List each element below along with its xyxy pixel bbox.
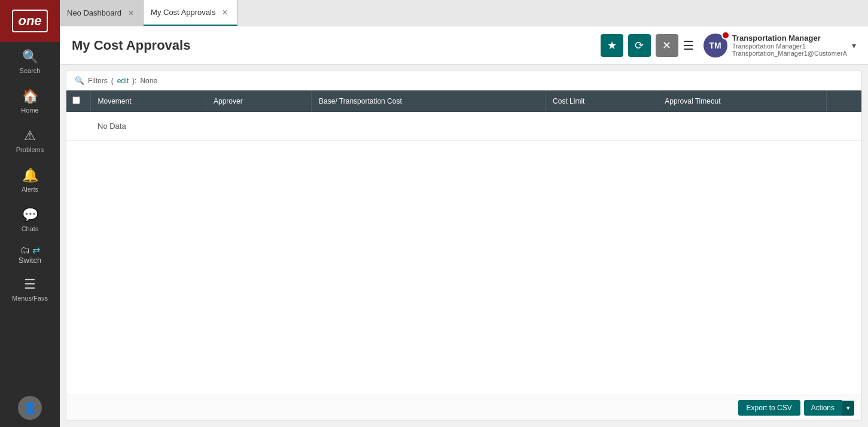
user-email: Transportation_Manager1@CustomerA	[732, 50, 847, 57]
switch-label: Switch	[19, 256, 41, 265]
search-icon: 🔍	[22, 49, 38, 65]
filters-paren-close: ):	[132, 77, 136, 85]
sidebar-item-switch[interactable]: 🗂 ⇄ Switch	[0, 240, 60, 269]
export-csv-button[interactable]: Export to CSV	[738, 400, 800, 416]
table-header-row: Movement Approver Base/ Transportation C…	[66, 90, 861, 112]
close-icon: ✕	[662, 39, 671, 52]
sidebar-item-label: Home	[21, 107, 38, 114]
col-cost-limit: Cost Limit	[546, 90, 657, 112]
refresh-icon: ⟳	[635, 39, 644, 52]
warning-icon: ⚠	[24, 128, 36, 144]
filters-label: Filters	[88, 77, 108, 85]
user-info-panel: TM Transportation Manager Transportation…	[703, 34, 856, 57]
sidebar-item-chats[interactable]: 💬 Chats	[0, 200, 60, 240]
chat-icon: 💬	[22, 207, 38, 223]
table-header: Movement Approver Base/ Transportation C…	[66, 90, 861, 112]
page-title: My Cost Approvals	[72, 38, 601, 53]
avatar-initials: TM	[709, 41, 721, 50]
table-container: Movement Approver Base/ Transportation C…	[66, 90, 861, 395]
content-panel: 🔍 Filters ( edit ): None Movement Approv…	[66, 71, 862, 421]
avatar: TM	[703, 34, 727, 57]
avatar-icon: 👤	[23, 401, 36, 414]
sidebar-avatar[interactable]: 👤	[18, 389, 42, 427]
main-area: Neo Dashboard ✕ My Cost Approvals ✕ My C…	[60, 0, 868, 427]
filters-edit-link[interactable]: edit	[117, 77, 129, 85]
app-logo[interactable]: one	[0, 0, 60, 42]
sidebar-item-alerts[interactable]: 🔔 Alerts	[0, 160, 60, 200]
page-header: My Cost Approvals ★ ⟳ ✕ ☰ TM Transportat…	[60, 26, 868, 65]
col-approver: Approver	[206, 90, 312, 112]
actions-main-button[interactable]: Actions	[804, 400, 842, 416]
sidebar: one 🔍 Search 🏠 Home ⚠ Problems 🔔 Alerts …	[0, 0, 60, 427]
filters-value: None	[140, 77, 157, 85]
switch-icon-left: 🗂	[20, 245, 30, 256]
sidebar-item-home[interactable]: 🏠 Home	[0, 81, 60, 121]
tab-my-cost-approvals[interactable]: My Cost Approvals ✕	[144, 0, 237, 26]
data-table: Movement Approver Base/ Transportation C…	[66, 90, 861, 141]
user-details: Transportation Manager Transportation Ma…	[732, 34, 847, 57]
menu-button[interactable]: ☰	[678, 36, 699, 55]
switch-icons: 🗂 ⇄	[20, 244, 40, 256]
table-body: No Data	[66, 112, 861, 141]
star-icon: ★	[607, 39, 617, 52]
select-all-checkbox[interactable]	[72, 96, 80, 104]
menus-label: Menus/Favs	[12, 295, 48, 302]
tab-label: Neo Dashboard	[67, 8, 121, 17]
actions-button-group: Actions ▾	[804, 400, 854, 416]
filter-icon: 🔍	[75, 76, 84, 85]
col-base-transport-cost: Base/ Transportation Cost	[312, 90, 546, 112]
user-name: Transportation Manager	[732, 34, 847, 43]
no-data-cell: No Data	[90, 112, 861, 141]
sidebar-item-label: Chats	[22, 225, 39, 232]
favorite-button[interactable]: ★	[601, 34, 623, 57]
filters-bar: 🔍 Filters ( edit ): None	[66, 71, 861, 90]
actions-dropdown-button[interactable]: ▾	[842, 401, 854, 416]
logo-text: one	[12, 10, 47, 32]
col-extra	[826, 90, 861, 112]
switch-icon-right: ⇄	[32, 244, 40, 256]
sidebar-item-label: Problems	[16, 146, 44, 153]
user-role: Transportation Manager1	[732, 43, 847, 50]
tab-label: My Cost Approvals	[151, 8, 215, 17]
user-expand-button[interactable]: ▾	[852, 41, 856, 50]
sidebar-item-menus[interactable]: ☰ Menus/Favs	[0, 269, 60, 309]
tab-close-neo-dashboard[interactable]: ✕	[126, 8, 136, 18]
refresh-button[interactable]: ⟳	[628, 34, 651, 57]
tab-bar: Neo Dashboard ✕ My Cost Approvals ✕	[60, 0, 868, 26]
filters-paren-open: (	[111, 77, 114, 85]
sidebar-item-problems[interactable]: ⚠ Problems	[0, 121, 60, 160]
sidebar-item-label: Search	[20, 67, 41, 74]
col-approval-timeout: Approval Timeout	[657, 90, 827, 112]
menu-icon: ☰	[24, 277, 36, 292]
sidebar-item-search[interactable]: 🔍 Search	[0, 42, 60, 81]
avatar-circle: 👤	[18, 396, 42, 420]
header-actions: ★ ⟳ ✕	[601, 34, 678, 57]
notification-indicator: TM	[703, 34, 727, 57]
no-data-row: No Data	[66, 112, 861, 141]
close-button[interactable]: ✕	[656, 34, 678, 57]
home-icon: 🏠	[22, 89, 38, 104]
table-footer: Export to CSV Actions ▾	[66, 395, 861, 420]
col-movement: Movement	[90, 90, 206, 112]
bell-icon: 🔔	[22, 168, 38, 183]
empty-checkbox-cell	[66, 112, 90, 141]
select-all-header	[66, 90, 90, 112]
tab-close-my-cost-approvals[interactable]: ✕	[220, 8, 230, 17]
tab-neo-dashboard[interactable]: Neo Dashboard ✕	[60, 0, 144, 26]
sidebar-item-label: Alerts	[22, 186, 38, 193]
